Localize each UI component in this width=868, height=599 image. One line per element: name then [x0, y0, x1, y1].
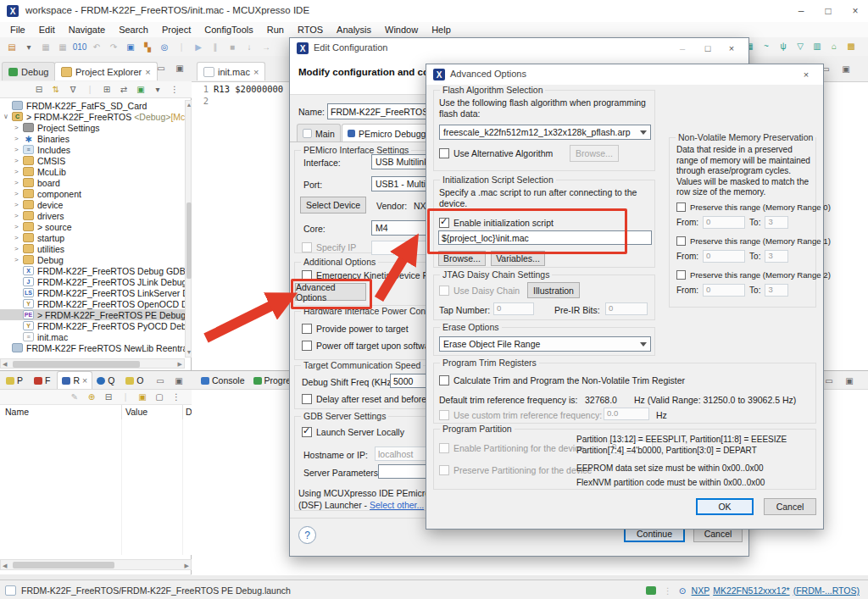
tree-item[interactable]: J FRDM-K22F_FreeRTOS JLink Debug.launch [0, 276, 185, 287]
view-toolbar-icon[interactable]: | [117, 390, 134, 405]
from-field[interactable]: 0 [703, 250, 745, 263]
view-toolbar-icon[interactable]: ⇅ [47, 82, 64, 97]
from-field[interactable]: 0 [703, 284, 745, 297]
tab-project-explorer[interactable]: Project Explorer × [54, 62, 158, 80]
custom-trim-checkbox[interactable]: Use custom trim reference frequency: [439, 410, 602, 420]
select-device-button[interactable]: Select Device [300, 197, 366, 214]
view-toolbar-icon[interactable]: ▣ [132, 82, 149, 97]
preserve-range-checkbox[interactable]: Preserve this range (Memory Range 1) [676, 236, 814, 246]
tree-item[interactable]: > McuLib [0, 166, 185, 177]
tree-expander-icon[interactable]: ∨ [3, 113, 12, 120]
column-value[interactable]: Value [125, 407, 147, 417]
view-tab[interactable]: O [121, 372, 150, 389]
dialog-minimize-button[interactable]: – [672, 40, 693, 57]
toolbar-icon[interactable]: ■ [224, 39, 241, 54]
custom-trim-field[interactable]: 0.0 [604, 408, 649, 420]
tree-item[interactable]: ∨ C > FRDM-K22F_FreeRTOS <Debug> [McuOnE [0, 111, 185, 122]
maximize-view-icon[interactable]: ▣ [170, 373, 187, 388]
minimize-view-icon[interactable]: ▭ [153, 60, 170, 75]
view-toolbar-icon[interactable]: ⊟ [31, 82, 47, 97]
tree-item[interactable]: Y FRDM-K22F_FreeRTOS OpenOCD Debug.launc… [0, 298, 185, 309]
view-toolbar-icon[interactable]: ⋮ [168, 390, 185, 405]
menu-item[interactable]: RTOS [291, 25, 330, 35]
toolbar-icon[interactable]: ▚ [139, 39, 156, 54]
tree-expander-icon[interactable]: > [14, 157, 23, 164]
registers-horizontal-scrollbar[interactable]: ◀ ▶ [0, 559, 192, 570]
launch-server-locally-checkbox[interactable]: Launch Server Locally [302, 427, 404, 437]
preserve-partitioning-checkbox[interactable]: Preserve Partitioning for the device [439, 465, 592, 475]
view-toolbar-icon[interactable]: ▢ [151, 390, 168, 405]
menu-item[interactable]: ConfigTools [198, 25, 259, 35]
tab-debug-view[interactable]: Debug [2, 62, 55, 80]
dialog-close-button[interactable]: × [796, 66, 816, 83]
dialog-maximize-button[interactable]: □ [698, 40, 718, 57]
toolbar-icon[interactable]: ~ [758, 38, 775, 53]
menu-item[interactable]: Project [155, 25, 198, 35]
menu-item[interactable]: Window [378, 25, 425, 35]
preserve-range-checkbox[interactable]: Preserve this range (Memory Range 2) [676, 270, 814, 280]
tab-init-mac[interactable]: init.mac × [197, 62, 265, 80]
tree-item[interactable]: ≡ init.mac [0, 331, 185, 342]
maximize-view-icon[interactable]: ▣ [841, 373, 858, 388]
menu-item[interactable]: Help [425, 25, 458, 35]
use-alternative-algorithm-checkbox[interactable]: Use Alternative Algorithm [439, 148, 553, 158]
toolbar-icon[interactable]: ▾ [20, 39, 37, 54]
column-name[interactable]: Name [5, 407, 29, 417]
maximize-editor-icon[interactable]: ▣ [837, 61, 854, 76]
ok-button[interactable]: OK [696, 498, 754, 515]
tree-expander-icon[interactable]: > [14, 245, 23, 252]
toolbar-icon[interactable]: → [258, 39, 275, 54]
enable-partitioning-checkbox[interactable]: Enable Partitioning for the device [439, 443, 584, 453]
view-tab[interactable]: R × [57, 371, 92, 389]
view-toolbar-icon[interactable]: ⋮ [166, 82, 183, 97]
menu-item[interactable]: File [3, 25, 32, 35]
illustration-button[interactable]: Illustration [527, 282, 580, 298]
view-toolbar-icon[interactable]: ∇ [64, 82, 81, 97]
tree-expander-icon[interactable]: > [14, 212, 23, 219]
browse-algorithm-button[interactable]: Browse... [570, 145, 619, 162]
project-link[interactable]: (FRDM-...RTOS) [793, 585, 860, 596]
delay-after-reset-checkbox[interactable]: Delay after reset and before com [302, 394, 446, 404]
power-off-checkbox[interactable]: Power off target upon software [302, 341, 437, 351]
pre-ir-bits-field[interactable]: 0 [605, 302, 648, 315]
tree-item[interactable]: > board [0, 177, 185, 188]
tree-horizontal-scrollbar[interactable]: ◀ ▶ [0, 358, 185, 369]
toolbar-icon[interactable]: 010 [71, 39, 88, 54]
tree-expander-icon[interactable]: > [14, 223, 23, 230]
help-button[interactable]: ? [298, 526, 316, 544]
minimize-view-icon[interactable]: ▭ [152, 373, 169, 388]
menu-item[interactable]: Navigate [62, 25, 112, 35]
toolbar-icon[interactable]: ↶ [88, 39, 105, 54]
window-minimize-button[interactable]: – [788, 0, 814, 22]
view-tab[interactable]: F [30, 372, 57, 389]
window-maximize-button[interactable]: □ [815, 0, 841, 22]
tree-item[interactable]: > startup [0, 232, 185, 243]
tab-close-icon[interactable]: × [145, 67, 150, 77]
tree-item[interactable]: LS FRDM-K22F_FreeRTOS LinkServer Debug.l… [0, 287, 185, 298]
toolbar-icon[interactable]: ▶ [190, 39, 207, 54]
tree-item[interactable]: > drivers [0, 210, 185, 221]
view-toolbar-icon[interactable]: ⊕ [83, 390, 100, 405]
view-toolbar-icon[interactable]: ✎ [66, 390, 83, 405]
toolbar-icon[interactable]: | [173, 39, 190, 54]
to-field[interactable]: 3 [765, 250, 788, 263]
use-daisy-chain-checkbox[interactable]: Use Daisy Chain [439, 286, 520, 296]
view-tab[interactable]: P [2, 372, 30, 389]
menu-item[interactable]: Run [260, 25, 291, 35]
menu-item[interactable]: Search [112, 25, 155, 35]
view-toolbar-icon[interactable]: | [81, 82, 98, 97]
tree-item[interactable]: X FRDM-K22F_FreeRTOS Debug GDB.launch [0, 265, 185, 276]
tree-expander-icon[interactable]: > [14, 201, 23, 208]
tab-main[interactable]: Main [297, 124, 341, 142]
toolbar-icon[interactable]: ▥ [809, 38, 826, 53]
provide-power-checkbox[interactable]: Provide power to target [302, 324, 409, 334]
tree-expander-icon[interactable]: > [14, 135, 23, 142]
toolbar-icon[interactable]: ▽ [792, 38, 809, 53]
tree-vertical-scrollbar[interactable]: ▲ ▼ [185, 100, 192, 358]
toolbar-icon[interactable]: ↓ [241, 39, 258, 54]
preserve-range-checkbox[interactable]: Preserve this range (Memory Range 0) [676, 202, 814, 212]
view-toolbar-icon[interactable]: ⊞ [98, 82, 115, 97]
dialog-close-button[interactable]: × [721, 40, 742, 57]
toolbar-icon[interactable]: ▩ [843, 38, 860, 53]
tree-expander-icon[interactable]: > [14, 256, 23, 263]
